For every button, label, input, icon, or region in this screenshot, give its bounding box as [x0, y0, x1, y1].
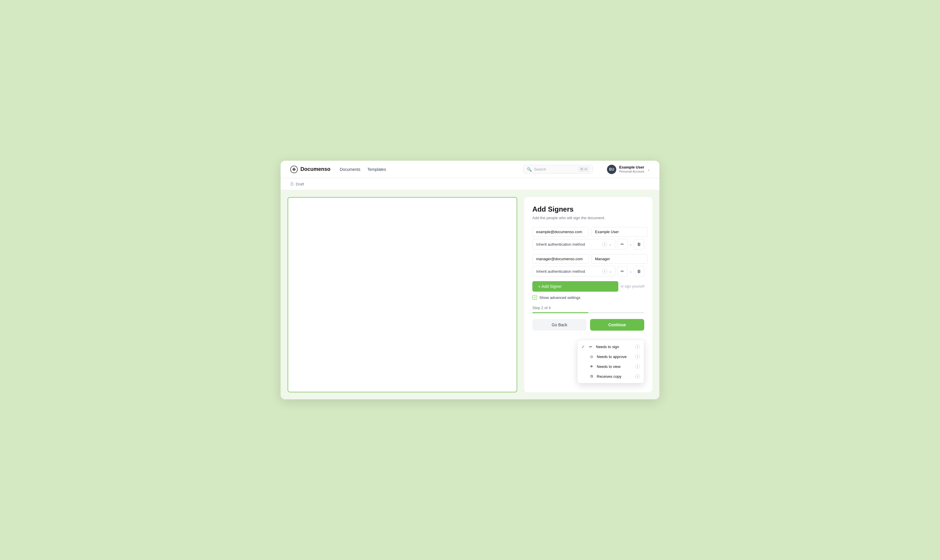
nav-documents[interactable]: Documents: [340, 166, 360, 173]
user-name: Example User: [619, 165, 644, 170]
signer-2-edit-button[interactable]: ✏: [617, 266, 628, 277]
dropdown-label-needs-to-approve: Needs to approve: [597, 354, 632, 359]
advanced-settings-row: ✓ Show advanced settings: [533, 295, 644, 300]
main-content: Add Signers Add the people who will sign…: [281, 190, 659, 399]
signer-1-delete-button[interactable]: 🗑: [634, 239, 644, 249]
progress-fill: [533, 312, 588, 313]
self-sign-link[interactable]: or sign yourself: [620, 285, 644, 288]
signer-1-auth-info[interactable]: i: [602, 242, 607, 247]
dropdown-label-needs-to-view: Needs to view: [597, 365, 632, 369]
dropdown-item-needs-to-approve[interactable]: ⊙ Needs to approve i: [577, 352, 644, 362]
logo[interactable]: Documenso: [290, 165, 330, 174]
logo-text: Documenso: [300, 166, 330, 172]
needs-to-sign-info-icon[interactable]: i: [635, 344, 640, 349]
signer-block-1: Inherit authentication method i ⌄ ✏ ⌄ 🗑: [533, 227, 644, 249]
dropdown-label-receives-copy: Receives copy: [597, 374, 632, 378]
signer-1-auth-label: Inherit authentication method: [536, 242, 600, 246]
approve-icon: ⊙: [589, 354, 594, 359]
checkbox-check-icon: ✓: [534, 296, 536, 300]
header: Documenso Documents Templates 🔍 Search ⌘…: [281, 161, 659, 178]
step-info: Step 2 of 4: [533, 306, 644, 310]
user-avatar: EU: [607, 165, 616, 174]
signer-1-auth-select[interactable]: Inherit authentication method i ⌄: [533, 239, 616, 249]
main-nav: Documents Templates: [340, 166, 386, 173]
signer-block-2: Inherit authentication method i ⌄ ✏ ⌄ 🗑: [533, 254, 644, 277]
add-signer-button[interactable]: + Add Signer: [533, 281, 618, 292]
right-panel: Add Signers Add the people who will sign…: [524, 197, 652, 392]
breadcrumb-item: 🗋 Draft: [290, 182, 304, 186]
continue-button[interactable]: Continue: [590, 319, 644, 331]
user-chevron-icon: ⌄: [647, 168, 650, 171]
breadcrumb-label: Draft: [296, 182, 304, 186]
progress-bar: [533, 312, 644, 313]
signer-2-auth-select[interactable]: Inherit authentication method i ⌄: [533, 266, 616, 277]
signer-1-edit-button[interactable]: ✏: [617, 239, 628, 249]
dropdown-item-needs-to-sign[interactable]: ✓ ✏ Needs to sign i: [577, 342, 644, 352]
user-area[interactable]: EU Example User Personal Account ⌄: [607, 165, 650, 174]
needs-to-view-info-icon[interactable]: i: [635, 364, 640, 369]
search-bar[interactable]: 🔍 Search ⌘+K: [523, 165, 593, 174]
sign-icon: ✏: [588, 344, 593, 349]
svg-point-1: [293, 169, 295, 170]
needs-to-approve-info-icon[interactable]: i: [635, 354, 640, 359]
app-window: Documenso Documents Templates 🔍 Search ⌘…: [281, 161, 659, 399]
signer-1-inputs: [533, 227, 644, 237]
edit-chevron-2-icon: ⌄: [630, 269, 632, 273]
signer-2-name[interactable]: [591, 254, 648, 264]
panel-subtitle: Add the people who will sign the documen…: [533, 216, 644, 220]
dropdown-label-needs-to-sign: Needs to sign: [596, 345, 632, 349]
logo-icon: [290, 165, 298, 174]
panel-title: Add Signers: [533, 205, 644, 213]
signer-1-actions: Inherit authentication method i ⌄ ✏ ⌄ 🗑: [533, 239, 644, 249]
add-signer-row: + Add Signer or sign yourself: [533, 281, 644, 292]
advanced-settings-label[interactable]: Show advanced settings: [539, 295, 580, 300]
footer-buttons: Go Back Continue: [533, 319, 644, 331]
breadcrumb: 🗋 Draft: [281, 178, 659, 190]
dropdown-check-icon: ✓: [582, 345, 585, 349]
user-account: Personal Account: [619, 170, 644, 174]
search-shortcut: ⌘+K: [579, 167, 589, 172]
dropdown-item-needs-to-view[interactable]: 👁 Needs to view i: [577, 362, 644, 371]
signer-2-auth-info[interactable]: i: [602, 269, 607, 274]
view-icon: 👁: [589, 364, 594, 369]
signer-2-auth-label: Inherit authentication method: [536, 269, 600, 274]
copy-icon: ⧉: [589, 374, 594, 378]
signer-2-auth-chevron-icon: ⌄: [609, 269, 611, 273]
document-icon: 🗋: [290, 182, 294, 186]
search-placeholder: Search: [534, 167, 576, 171]
document-preview: [288, 197, 517, 392]
signer-2-email[interactable]: [533, 254, 589, 264]
signer-1-auth-chevron-icon: ⌄: [609, 243, 611, 246]
signer-2-inputs: [533, 254, 644, 264]
signer-1-name[interactable]: [591, 227, 648, 237]
go-back-button[interactable]: Go Back: [533, 319, 587, 331]
receives-copy-info-icon[interactable]: i: [635, 374, 640, 378]
dropdown-item-receives-copy[interactable]: ⧉ Receives copy i: [577, 371, 644, 381]
nav-templates[interactable]: Templates: [367, 166, 386, 173]
edit-chevron-1-icon: ⌄: [630, 243, 632, 246]
role-dropdown-menu: ✓ ✏ Needs to sign i ⊙ Needs to approve i…: [577, 340, 644, 383]
signer-2-delete-button[interactable]: 🗑: [634, 266, 644, 277]
signer-2-actions: Inherit authentication method i ⌄ ✏ ⌄ 🗑: [533, 266, 644, 277]
advanced-settings-checkbox[interactable]: ✓: [533, 295, 537, 300]
search-icon: 🔍: [527, 167, 532, 172]
user-info: Example User Personal Account: [619, 165, 644, 174]
signer-1-email[interactable]: [533, 227, 589, 237]
